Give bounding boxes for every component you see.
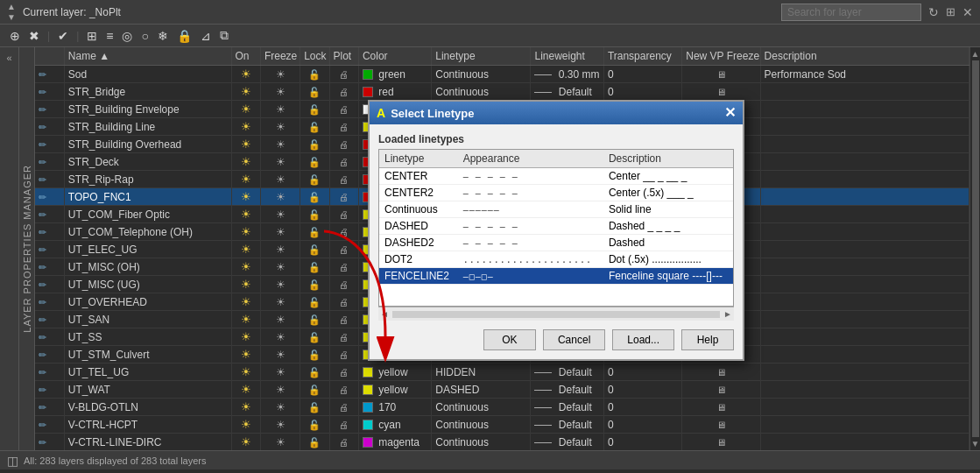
layer-lock-cell[interactable]: 🔓 xyxy=(300,328,329,346)
freeze-btn[interactable]: ❄ xyxy=(155,28,171,44)
isolate-btn[interactable]: ◎ xyxy=(119,28,135,44)
on-icon[interactable]: ☀ xyxy=(241,173,251,186)
plot-icon[interactable]: 🖨 xyxy=(339,437,349,448)
layer-plot-cell[interactable]: 🖨 xyxy=(329,171,358,188)
freeze-icon[interactable]: ☀ xyxy=(276,121,286,133)
on-icon[interactable]: ☀ xyxy=(241,278,251,291)
newvp-icon[interactable]: 🖥 xyxy=(716,69,726,80)
on-icon[interactable]: ☀ xyxy=(241,208,251,221)
freeze-icon[interactable]: ☀ xyxy=(276,86,286,98)
layer-name-cell[interactable]: V-CTRL-HCPT xyxy=(64,416,231,434)
layer-lock-cell[interactable]: 🔓 xyxy=(300,66,329,83)
plot-icon[interactable]: 🖨 xyxy=(339,332,349,342)
lock-icon[interactable]: 🔓 xyxy=(308,122,321,132)
layer-name-cell[interactable]: UT_WAT xyxy=(64,381,231,399)
layer-plot-cell[interactable]: 🖨 xyxy=(329,188,358,206)
plot-icon[interactable]: 🖨 xyxy=(339,420,349,430)
layer-freeze-cell[interactable]: ☀ xyxy=(260,328,300,346)
make-current-btn[interactable]: ✔ xyxy=(55,28,71,44)
copy-btn[interactable]: ⧉ xyxy=(217,27,231,44)
linetype-table-container[interactable]: Linetype Appearance Description CENTER —… xyxy=(378,149,734,307)
layer-freeze-cell[interactable]: ☀ xyxy=(260,364,300,381)
layer-freeze-cell[interactable]: ☀ xyxy=(260,153,300,171)
layer-color-cell[interactable]: 170 xyxy=(358,399,431,416)
layer-plot-cell[interactable]: 🖨 xyxy=(329,206,358,223)
layer-plot-cell[interactable]: 🖨 xyxy=(329,399,358,416)
layer-plot-cell[interactable]: 🖨 xyxy=(329,346,358,364)
layer-newvp-cell[interactable]: 🖥 xyxy=(682,66,760,83)
layer-lock-cell[interactable]: 🔓 xyxy=(300,136,329,153)
linetype-row[interactable]: DASHED — — — — — Dashed _ _ _ _ xyxy=(379,218,733,235)
plot-icon[interactable]: 🖨 xyxy=(339,244,349,255)
lock-icon[interactable]: 🔓 xyxy=(308,192,321,202)
on-icon[interactable]: ☀ xyxy=(241,313,251,326)
freeze-icon[interactable]: ☀ xyxy=(276,191,286,203)
unisolate-btn[interactable]: ○ xyxy=(138,28,151,44)
linetype-row[interactable]: DASHED2 — — — — — Dashed xyxy=(379,235,733,251)
layer-plot-cell[interactable]: 🖨 xyxy=(329,364,358,381)
layer-on-cell[interactable]: ☀ xyxy=(231,66,260,83)
newvp-icon[interactable]: 🖥 xyxy=(716,420,726,430)
freeze-icon[interactable]: ☀ xyxy=(276,349,286,361)
on-icon[interactable]: ☀ xyxy=(241,418,251,431)
layer-newvp-cell[interactable]: 🖥 xyxy=(682,399,760,416)
freeze-icon[interactable]: ☀ xyxy=(276,156,286,168)
layer-plot-cell[interactable]: 🖨 xyxy=(329,416,358,434)
delete-layer-btn[interactable]: ✖ xyxy=(26,28,42,44)
linetype-row[interactable]: FENCELINE2 —□—□— Fenceline square ----[]… xyxy=(379,268,733,285)
layer-freeze-cell[interactable]: ☀ xyxy=(260,293,300,311)
layer-row[interactable]: ✏ V-BLDG-OTLN ☀ ☀ 🔓 🖨 170 Continuous xyxy=(35,399,969,416)
newvp-icon[interactable]: 🖥 xyxy=(716,437,726,448)
layer-color-cell[interactable]: red xyxy=(358,83,431,101)
layer-freeze-cell[interactable]: ☀ xyxy=(260,311,300,328)
lock-icon[interactable]: 🔓 xyxy=(308,402,321,413)
layer-name-cell[interactable]: Sod xyxy=(64,66,231,83)
layer-freeze-cell[interactable]: ☀ xyxy=(260,83,300,101)
layer-freeze-cell[interactable]: ☀ xyxy=(260,171,300,188)
newvp-icon[interactable]: 🖥 xyxy=(716,87,726,97)
lock-icon[interactable]: 🔓 xyxy=(308,69,321,80)
plot-icon[interactable]: 🖨 xyxy=(339,262,349,272)
lock-icon[interactable]: 🔓 xyxy=(308,209,321,220)
layer-on-cell[interactable]: ☀ xyxy=(231,171,260,188)
lock-icon[interactable]: 🔓 xyxy=(308,174,321,185)
on-icon[interactable]: ☀ xyxy=(241,260,251,273)
layer-name-cell[interactable]: STR_Building Envelope xyxy=(64,101,231,118)
layer-lock-cell[interactable]: 🔓 xyxy=(300,416,329,434)
plot-icon[interactable]: 🖨 xyxy=(339,279,349,290)
newvp-icon[interactable]: 🖥 xyxy=(716,385,726,395)
layer-linetype-cell[interactable]: Continuous xyxy=(432,434,531,451)
linetype-row[interactable]: CENTER2 — — — — — Center (.5x) ___ _ xyxy=(379,185,733,201)
layer-on-cell[interactable]: ☀ xyxy=(231,206,260,223)
layer-name-cell[interactable]: V-BLDG-OTLN xyxy=(64,399,231,416)
collapse-left-icon[interactable]: « xyxy=(4,51,13,65)
layer-name-cell[interactable]: TOPO_FNC1 xyxy=(64,188,231,206)
layer-on-cell[interactable]: ☀ xyxy=(231,241,260,258)
layer-name-cell[interactable]: UT_COM_Telephone (OH) xyxy=(64,223,231,241)
on-icon[interactable]: ☀ xyxy=(241,400,251,413)
col-header-name[interactable]: Name ▲ xyxy=(64,47,231,66)
layer-on-cell[interactable]: ☀ xyxy=(231,434,260,451)
lock-icon[interactable]: 🔓 xyxy=(308,139,321,150)
plot-icon[interactable]: 🖨 xyxy=(339,385,349,395)
layer-row[interactable]: ✏ Sod ☀ ☀ 🔓 🖨 green Continuous 0.30 xyxy=(35,66,969,83)
layer-on-cell[interactable]: ☀ xyxy=(231,381,260,399)
on-icon[interactable]: ☀ xyxy=(241,225,251,238)
layer-lock-cell[interactable]: 🔓 xyxy=(300,153,329,171)
layer-name-cell[interactable]: STR_Rip-Rap xyxy=(64,171,231,188)
layer-color-cell[interactable]: magenta xyxy=(358,434,431,451)
layer-on-cell[interactable]: ☀ xyxy=(231,293,260,311)
layer-name-cell[interactable]: UT_STM_Culvert xyxy=(64,346,231,364)
on-icon[interactable]: ☀ xyxy=(241,120,251,133)
layer-name-cell[interactable]: STR_Bridge xyxy=(64,83,231,101)
lock-btn[interactable]: 🔒 xyxy=(174,28,194,44)
layer-name-cell[interactable]: UT_MISC (OH) xyxy=(64,258,231,276)
freeze-icon[interactable]: ☀ xyxy=(276,68,286,81)
freeze-icon[interactable]: ☀ xyxy=(276,138,286,151)
layer-on-cell[interactable]: ☀ xyxy=(231,118,260,136)
freeze-icon[interactable]: ☀ xyxy=(276,401,286,413)
layer-freeze-cell[interactable]: ☀ xyxy=(260,223,300,241)
layer-lock-cell[interactable]: 🔓 xyxy=(300,381,329,399)
layer-on-cell[interactable]: ☀ xyxy=(231,153,260,171)
lock-icon[interactable]: 🔓 xyxy=(308,279,321,290)
